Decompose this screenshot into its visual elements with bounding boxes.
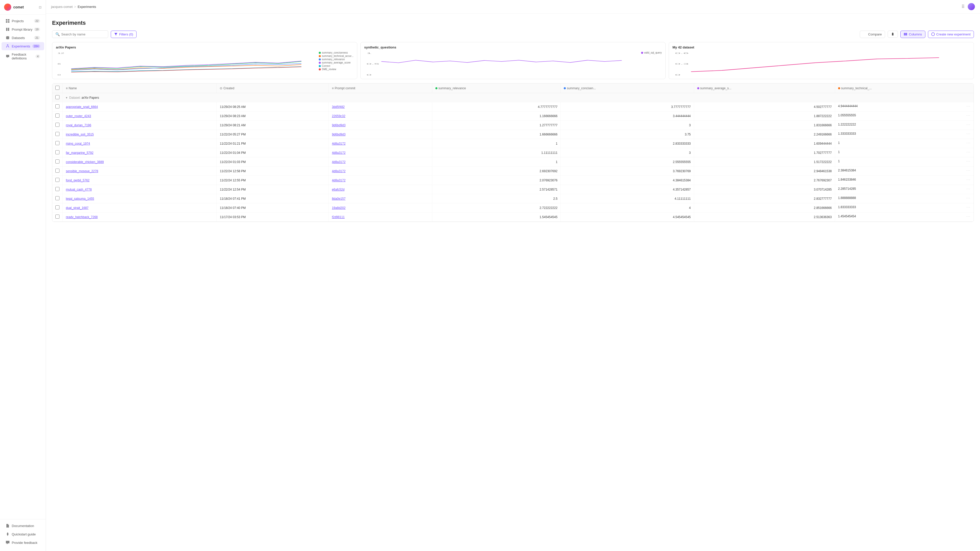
row-checkbox-0[interactable] [56, 104, 59, 108]
row-menu-2[interactable]: ··· [966, 123, 970, 126]
sidebar-item-provide-feedback[interactable]: Provide feedback [2, 538, 44, 547]
row-checkbox-3[interactable] [56, 132, 59, 136]
row-r1-0: 4.7777777777 [432, 102, 561, 111]
sidebar: comet ⊡ Projects 22 Prompt library 19 Da… [0, 0, 46, 551]
create-experiment-button[interactable]: Create new experiment [928, 30, 974, 38]
row-checkbox-9[interactable] [56, 187, 59, 191]
experiment-name-6[interactable]: considerable_chicken_3889 [66, 160, 104, 164]
row-commit-5[interactable]: 4d8a3172 [332, 151, 345, 155]
sidebar-logo: comet ⊡ [0, 0, 46, 14]
row-commit-6[interactable]: 4d8a3172 [332, 160, 345, 164]
row-menu-0[interactable]: ··· [966, 104, 970, 108]
row-r2-7: 3.769230769 [561, 167, 694, 176]
row-commit-7[interactable]: 4d8a3172 [332, 169, 345, 173]
row-checkbox-5[interactable] [56, 150, 59, 154]
table-row: outer_router_4243 11/29/24 08:23 AM 2265… [52, 111, 974, 121]
row-commit-10[interactable]: 8da0e157 [332, 197, 345, 200]
sidebar-item-prompt-library[interactable]: Prompt library 19 [2, 25, 44, 33]
experiment-name-2[interactable]: royal_durian_7196 [66, 124, 91, 127]
row-r3-1: 1.887222222 [694, 111, 835, 121]
row-commit-2[interactable]: 9d6bd9d3 [332, 124, 345, 127]
row-menu-3[interactable]: ··· [966, 132, 970, 135]
row-commit-0[interactable]: 3dd5f482 [332, 105, 345, 109]
database-icon [6, 36, 10, 40]
compare-label: Compare [868, 32, 882, 36]
sidebar-projects-count: 22 [34, 19, 40, 23]
search-box[interactable]: 🔍 [52, 30, 108, 38]
filter-button[interactable]: Filters (0) [111, 30, 137, 38]
table-header: ≡ Name ⊙ Created ≡ Prompt commit summary… [52, 83, 974, 93]
experiment-name-10[interactable]: legal_satsuma_1455 [66, 197, 94, 200]
grid-icon [6, 19, 10, 23]
row-r1-10: 2.5 [432, 194, 561, 203]
sidebar-item-documentation[interactable]: Documentation [2, 522, 44, 530]
row-r3-0: 4.502777777 [694, 102, 835, 111]
row-r1-1: 1.166666666 [432, 111, 561, 121]
row-r1-12: 1.545454545 [432, 213, 561, 222]
breadcrumb-parent[interactable]: jacques-comet [51, 5, 73, 9]
experiment-name-12[interactable]: ready_hatchback_7268 [66, 215, 98, 219]
row-checkbox-4[interactable] [56, 141, 59, 145]
dataset-group-checkbox[interactable] [56, 95, 59, 99]
svg-rect-1 [8, 19, 10, 21]
row-checkbox-11[interactable] [56, 205, 59, 210]
row-checkbox-8[interactable] [56, 178, 59, 182]
experiment-name-1[interactable]: outer_router_4243 [66, 114, 91, 118]
row-commit-9[interactable]: e6afc52d [332, 188, 344, 191]
row-menu-6[interactable]: ··· [966, 159, 970, 163]
chart-synthetic: synthetic_questions 1 0.5 0 valid_sql_qu… [360, 42, 666, 79]
row-menu-10[interactable]: ··· [966, 196, 970, 200]
row-commit-11[interactable]: 19a8d202 [332, 206, 345, 210]
sidebar-collapse-icon[interactable]: ⊡ [39, 5, 41, 9]
experiment-name-0[interactable]: appropriate_snail_6664 [66, 105, 98, 109]
row-r2-3: 3.75 [561, 130, 694, 139]
experiment-name-7[interactable]: sensible_mosque_2278 [66, 169, 98, 173]
sidebar-feedback-count: 4 [35, 55, 40, 58]
sidebar-item-experiments[interactable]: Experiments 284 [2, 42, 44, 50]
experiment-name-11[interactable]: dual_strait_1687 [66, 206, 89, 210]
row-checkbox-6[interactable] [56, 159, 59, 164]
row-r4-3: 1.333333333··· [835, 130, 974, 138]
compare-button[interactable]: Compare [860, 30, 885, 38]
row-commit-4[interactable]: 4d8a3172 [332, 142, 345, 145]
sidebar-item-feedback[interactable]: Feedback definitions 4 [2, 51, 44, 62]
columns-button[interactable]: Columns [900, 30, 925, 38]
svg-text:0.3: 0.3 [675, 63, 689, 65]
experiment-name-3[interactable]: incredible_soil_3515 [66, 133, 94, 136]
row-menu-8[interactable]: ··· [966, 178, 970, 181]
sidebar-datasets-label: Datasets [12, 36, 34, 40]
row-checkbox-12[interactable] [56, 214, 59, 219]
row-commit-3[interactable]: 9d6bd9d3 [332, 133, 345, 136]
doc-icon [6, 524, 10, 528]
search-input[interactable] [61, 32, 105, 36]
row-commit-1[interactable]: 22659c32 [332, 114, 345, 118]
grid-menu-icon[interactable]: ⠿ [961, 4, 965, 10]
row-menu-4[interactable]: ··· [966, 141, 970, 144]
row-checkbox-10[interactable] [56, 196, 59, 200]
sidebar-item-datasets[interactable]: Datasets 21 [2, 34, 44, 42]
row-menu-1[interactable]: ··· [966, 114, 970, 117]
chart-arxiv: arXiv Papers 12 6 0 [52, 42, 357, 79]
delete-button[interactable] [888, 30, 898, 38]
row-checkbox-2[interactable] [56, 123, 59, 127]
dataset-group-label: ▾ Dataset: arXiv Papers [63, 93, 974, 102]
row-checkbox-7[interactable] [56, 168, 59, 173]
row-menu-7[interactable]: ··· [966, 168, 970, 172]
row-checkbox-1[interactable] [56, 114, 59, 118]
row-menu-9[interactable]: ··· [966, 187, 970, 191]
row-commit-8[interactable]: 4d8a3172 [332, 179, 345, 182]
sidebar-item-projects[interactable]: Projects 22 [2, 17, 44, 25]
experiment-name-5[interactable]: far_margarine_5792 [66, 151, 94, 155]
row-menu-11[interactable]: ··· [966, 205, 970, 209]
sidebar-item-quickstart[interactable]: Quickstart guide [2, 530, 44, 538]
row-menu-12[interactable]: ··· [966, 214, 970, 218]
experiment-name-8[interactable]: fond_gerbil_5762 [66, 179, 89, 182]
search-icon: 🔍 [56, 32, 60, 36]
row-commit-12[interactable]: f2d98111 [332, 215, 345, 219]
dataset-group-row: ▾ Dataset: arXiv Papers [52, 93, 974, 102]
row-menu-5[interactable]: ··· [966, 150, 970, 154]
experiment-name-4[interactable]: rising_coral_1974 [66, 142, 90, 145]
user-avatar[interactable] [968, 3, 975, 10]
select-all-checkbox[interactable] [56, 86, 59, 90]
experiment-name-9[interactable]: mutual_cash_4778 [66, 188, 92, 191]
